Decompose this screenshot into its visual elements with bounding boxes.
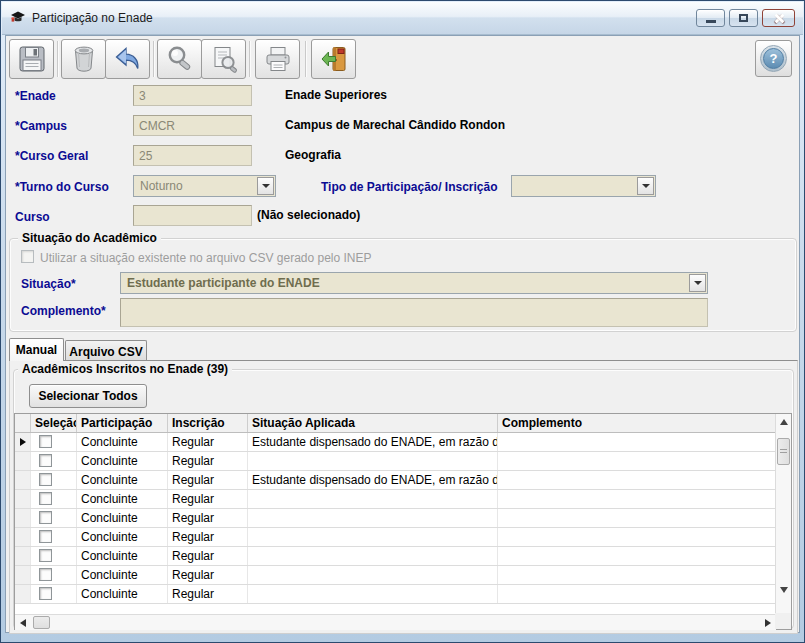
table-header-row: Seleção Participação Inscrição Situação … [15, 414, 776, 433]
cell-complemento [498, 471, 776, 489]
row-selecao-cell [31, 585, 77, 603]
curso-label: Curso [15, 210, 50, 224]
cell-participacao: Concluinte [77, 452, 168, 470]
exit-icon [318, 43, 350, 75]
scroll-down-icon[interactable] [780, 587, 788, 593]
campus-description: Campus de Marechal Cândido Rondon [285, 118, 505, 132]
row-selector-gutter[interactable] [15, 528, 31, 546]
row-selector-gutter[interactable] [15, 433, 31, 451]
row-checkbox[interactable] [39, 473, 52, 486]
close-icon [773, 13, 784, 24]
cell-inscricao: Regular [168, 433, 248, 451]
header-selecao[interactable]: Seleção [31, 414, 77, 432]
inep-csv-checkbox-label: Utilizar a situação existente no arquivo… [40, 251, 372, 265]
window-title: Participação no Enade [32, 11, 153, 25]
row-selecao-cell [31, 433, 77, 451]
row-checkbox[interactable] [39, 435, 52, 448]
turno-combobox[interactable]: Noturno [133, 175, 276, 197]
header-inscricao[interactable]: Inscrição [168, 414, 248, 432]
table-row[interactable]: Concluinte Regular [15, 509, 776, 528]
enade-input[interactable] [133, 85, 252, 106]
inep-csv-checkbox[interactable] [21, 250, 34, 263]
campus-label: *Campus [15, 119, 67, 133]
row-selector-gutter[interactable] [15, 452, 31, 470]
cell-situacao-aplicada [248, 452, 498, 470]
table-body: Concluinte Regular Estudante dispensado … [15, 433, 776, 604]
scroll-up-icon[interactable] [780, 419, 788, 425]
toolbar-separator [305, 41, 306, 77]
row-checkbox[interactable] [39, 454, 52, 467]
cell-situacao-aplicada [248, 528, 498, 546]
scroll-right-icon[interactable] [765, 619, 771, 627]
row-selector-gutter[interactable] [15, 566, 31, 584]
toolbar-separator [153, 41, 154, 77]
table-row[interactable]: Concluinte Regular [15, 452, 776, 471]
minimize-button[interactable] [696, 9, 725, 27]
curso-input[interactable] [133, 205, 252, 226]
row-selecao-cell [31, 566, 77, 584]
chevron-down-icon [262, 184, 270, 188]
row-checkbox[interactable] [39, 530, 52, 543]
tab-manual[interactable]: Manual [9, 338, 64, 361]
row-checkbox[interactable] [39, 549, 52, 562]
search-button[interactable] [157, 39, 202, 79]
row-selector-gutter[interactable] [15, 471, 31, 489]
selecionar-todos-button[interactable]: Selecionar Todos [29, 384, 147, 408]
horizontal-scrollbar[interactable] [15, 614, 776, 630]
curso-description: (Não selecionado) [257, 208, 360, 222]
curso-geral-description: Geografia [285, 148, 341, 162]
table-row[interactable]: Concluinte Regular [15, 585, 776, 604]
row-selector-gutter[interactable] [15, 547, 31, 565]
print-button[interactable] [255, 39, 300, 79]
table-row[interactable]: Concluinte Regular [15, 566, 776, 585]
titlebar[interactable]: Participação no Enade [2, 2, 803, 35]
cell-inscricao: Regular [168, 471, 248, 489]
delete-button[interactable] [61, 39, 106, 79]
cell-participacao: Concluinte [77, 509, 168, 527]
cell-inscricao: Regular [168, 566, 248, 584]
situacao-dropdown-button[interactable] [689, 274, 706, 292]
horizontal-scrollbar-thumb[interactable] [33, 616, 50, 629]
search-document-button[interactable] [201, 39, 246, 79]
complemento-textarea[interactable] [120, 298, 708, 327]
tipo-participacao-combobox[interactable] [511, 175, 656, 197]
row-selector-gutter[interactable] [15, 509, 31, 527]
row-selector-gutter[interactable] [15, 585, 31, 603]
exit-button[interactable] [311, 39, 356, 79]
close-button[interactable] [762, 9, 795, 27]
row-selector-gutter[interactable] [15, 490, 31, 508]
table-row[interactable]: Concluinte Regular Estudante dispensado … [15, 471, 776, 490]
row-checkbox[interactable] [39, 492, 52, 505]
row-checkbox[interactable] [39, 587, 52, 600]
turno-dropdown-button[interactable] [257, 177, 274, 195]
vertical-scrollbar[interactable] [775, 414, 791, 614]
cell-complemento [498, 490, 776, 508]
header-participacao[interactable]: Participação [77, 414, 168, 432]
table-row[interactable]: Concluinte Regular [15, 490, 776, 509]
table-row[interactable]: Concluinte Regular Estudante dispensado … [15, 433, 776, 452]
table-row[interactable]: Concluinte Regular [15, 547, 776, 566]
turno-label: *Turno do Curso [15, 180, 109, 194]
header-complemento[interactable]: Complemento [498, 414, 776, 432]
campus-input[interactable] [133, 115, 252, 136]
table-row[interactable]: Concluinte Regular [15, 528, 776, 547]
undo-button[interactable] [105, 39, 150, 79]
inscritos-table: Seleção Participação Inscrição Situação … [14, 413, 792, 630]
row-selecao-cell [31, 490, 77, 508]
save-button[interactable] [9, 39, 54, 79]
row-checkbox[interactable] [39, 568, 52, 581]
cell-situacao-aplicada [248, 490, 498, 508]
vertical-scrollbar-thumb[interactable] [777, 438, 790, 465]
curso-geral-input[interactable] [133, 145, 252, 166]
print-icon [262, 43, 294, 75]
tab-arquivo-csv[interactable]: Arquivo CSV [65, 340, 147, 361]
header-situacao-aplicada[interactable]: Situação Aplicada [248, 414, 498, 432]
row-checkbox[interactable] [39, 511, 52, 524]
restore-button[interactable] [729, 9, 758, 27]
tipo-dropdown-button[interactable] [637, 177, 654, 195]
scroll-left-icon[interactable] [20, 619, 26, 627]
cell-participacao: Concluinte [77, 528, 168, 546]
help-button[interactable]: ? [755, 40, 792, 77]
situacao-combobox[interactable]: Estudante participante do ENADE [120, 272, 708, 294]
cell-participacao: Concluinte [77, 566, 168, 584]
